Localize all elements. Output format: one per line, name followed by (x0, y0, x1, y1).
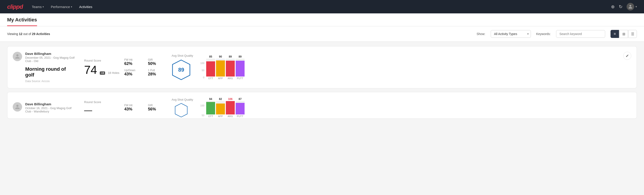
list-view-button[interactable]: ≡ (610, 30, 619, 38)
compact-view-button[interactable]: ☰ (628, 30, 637, 38)
user-menu-chevron-icon: ▾ (636, 5, 637, 8)
viewing-count-text: Viewing 12 out of 29 Activities (7, 32, 471, 36)
mini-stats-section-1: FW Hit 62% GIR 50% Up/Down 43% 1 Putt 28… (124, 58, 164, 76)
user-name-2: Dave Billingham (25, 102, 75, 106)
bar-putt-1: 89 PUTT (236, 55, 244, 80)
mini-stats-grid-1: FW Hit 62% GIR 50% Up/Down 43% 1 Putt 28… (124, 58, 164, 76)
main-nav: Teams ▾ Performance ▾ Activities (32, 5, 92, 9)
fw-hit-value-1: 62% (124, 61, 141, 66)
hexagon-score-1: 89 (178, 67, 184, 73)
user-menu-button[interactable]: ▾ (626, 3, 637, 10)
bar-arg-fill-1 (226, 61, 235, 76)
card-2-row: Dave Billingham October 16, 2021 - Gog M… (13, 98, 631, 118)
data-source-1: Data Source: Arccos (25, 80, 75, 83)
user-date-2: October 16, 2021 - Gog Magog Golf Club -… (25, 106, 75, 113)
updown-section-1: Up/Down 43% (124, 69, 141, 76)
avg-shot-label-1: Avg Shot Quality (172, 54, 193, 57)
card-1-row: Dave Billingham December 05, 2021 - Gog … (13, 52, 631, 83)
performance-chevron-icon: ▾ (71, 6, 72, 8)
gir-label-1: GIR (148, 58, 164, 61)
score-badge-1: +4 (100, 72, 105, 75)
hexagon-svg-2 (174, 103, 188, 118)
round-score-label-1: Round Score (84, 59, 120, 62)
updown-value-1: 43% (124, 72, 141, 76)
view-toggle-buttons: ≡ ⊞ ☰ (610, 30, 637, 38)
nav-activities[interactable]: Activities (79, 5, 92, 9)
y-axis-2: 100 50 (200, 104, 204, 118)
hexagon-container-1: 89 (172, 59, 191, 80)
shot-quality-header-2: Avg Shot Quality (172, 98, 193, 117)
bar-putt-2: 87 PUTT (236, 98, 244, 118)
avg-shot-label-2: Avg Shot Quality (172, 98, 193, 101)
avatar-1 (13, 52, 22, 61)
header-left: clippd Teams ▾ Performance ▾ Activities (7, 3, 92, 10)
activity-card-1: Dave Billingham December 05, 2021 - Gog … (7, 46, 637, 88)
svg-marker-1 (175, 103, 187, 117)
bar-arg-1: 89 ARG (226, 55, 235, 80)
logo[interactable]: clippd (7, 3, 23, 10)
bar-app-1: 90 APP (216, 55, 225, 80)
oneputt-label-1: 1 Putt (148, 69, 164, 72)
show-label: Show: (477, 32, 485, 36)
bar-arg-2: 106 ARG (226, 98, 235, 118)
y-axis-1: 100 50 0 (200, 62, 204, 80)
activities-list: Dave Billingham December 05, 2021 - Gog … (0, 42, 644, 127)
fw-hit-section-2: FW Hit 43% (124, 104, 141, 112)
activity-type-selector[interactable]: All Activity Types Round Practice ▾ (491, 30, 531, 38)
bar-ott-fill-1 (206, 61, 215, 76)
score-holes-1: 18 Holes (108, 72, 119, 74)
grid-view-button[interactable]: ⊞ (620, 30, 628, 38)
user-date-1: December 05, 2021 - Gog Magog Golf Club … (25, 56, 75, 63)
nav-teams[interactable]: Teams ▾ (32, 5, 44, 9)
bar-chart-2: 100 50 94 OTT 82 (200, 98, 244, 118)
fw-hit-label-1: FW Hit (124, 58, 141, 61)
round-score-section-1: Round Score 74 +4 18 Holes (84, 59, 120, 76)
score-display-2: — (84, 106, 120, 115)
shot-quality-header: Avg Shot Quality 89 (172, 54, 193, 80)
gir-section-2: GIR 56% (148, 104, 164, 112)
avatar-2 (13, 102, 22, 112)
bar-putt-fill-1 (236, 61, 244, 76)
card-1-user-info: Dave Billingham December 05, 2021 - Gog … (25, 52, 75, 83)
card-2-user-section: Dave Billingham October 16, 2021 - Gog M… (13, 102, 75, 113)
teams-chevron-icon: ▾ (42, 6, 44, 8)
fw-hit-section-1: FW Hit 62% (124, 58, 141, 66)
bar-app-2: 82 APP (216, 98, 225, 118)
edit-icon-1 (626, 54, 629, 57)
updown-label-1: Up/Down (124, 69, 141, 72)
add-circle-icon[interactable]: ⊕ (611, 4, 615, 9)
card-1-user-section: Dave Billingham December 05, 2021 - Gog … (13, 52, 75, 83)
avg-shot-quality-section-2: Avg Shot Quality 100 50 94 (172, 98, 631, 118)
toolbar: Viewing 12 out of 29 Activities Show: Al… (0, 26, 644, 42)
round-score-section-2: Round Score — (84, 100, 120, 115)
page-header: My Activities (0, 14, 644, 26)
score-display-1: 74 +4 18 Holes (84, 64, 120, 76)
main-header: clippd Teams ▾ Performance ▾ Activities … (0, 0, 644, 14)
bar-ott-1: 85 OTT (206, 55, 215, 80)
user-name-1: Dave Billingham (25, 52, 75, 56)
viewing-total: 29 (32, 32, 36, 36)
gir-value-1: 50% (148, 61, 164, 66)
keywords-label: Keywords: (536, 32, 551, 36)
score-number-1: 74 (84, 64, 97, 76)
refresh-icon[interactable]: ↻ (619, 4, 622, 9)
bar-app-fill-1 (216, 60, 225, 76)
card-2-user-info: Dave Billingham October 16, 2021 - Gog M… (25, 102, 75, 113)
edit-button-1[interactable] (623, 52, 631, 60)
avatar (626, 3, 634, 10)
mini-stats-section-2: FW Hit 43% GIR 56% (124, 104, 164, 112)
bar-chart-1: 100 50 0 85 OTT 90 (200, 55, 244, 80)
hexagon-container-2 (172, 103, 191, 117)
gir-section-1: GIR 50% (148, 58, 164, 66)
nav-performance[interactable]: Performance ▾ (51, 5, 72, 9)
page-title: My Activities (7, 17, 37, 26)
activity-card-2: Dave Billingham October 16, 2021 - Gog M… (7, 92, 637, 119)
mini-stats-grid-2: FW Hit 43% GIR 56% (124, 104, 164, 112)
score-line-2: — (84, 106, 92, 115)
avg-shot-quality-section-1: Avg Shot Quality 89 100 50 0 (172, 54, 620, 80)
oneputt-section-1: 1 Putt 28% (148, 69, 164, 76)
keyword-search-input[interactable] (556, 30, 605, 38)
round-score-label-2: Round Score (84, 100, 120, 104)
activity-type-select[interactable]: All Activity Types Round Practice (491, 30, 531, 38)
oneputt-value-1: 28% (148, 72, 164, 76)
